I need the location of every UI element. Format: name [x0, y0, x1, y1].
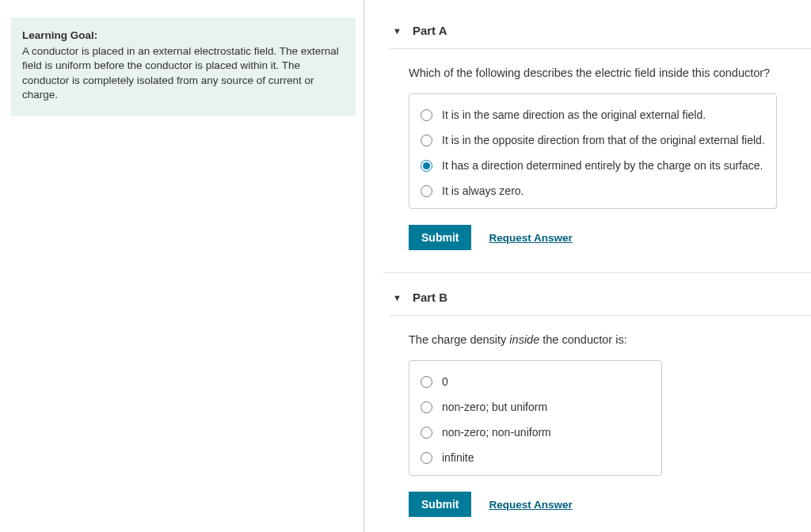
- option-label: It is always zero.: [442, 184, 524, 197]
- option-label: non-zero; non-uniform: [442, 426, 551, 439]
- learning-goal-text: A conductor is placed in an external ele…: [22, 44, 345, 102]
- question-italic: inside: [509, 333, 539, 346]
- radio-input[interactable]: [421, 109, 432, 121]
- submit-button[interactable]: Submit: [409, 492, 471, 517]
- part-b-option-2[interactable]: non-zero; non-uniform: [421, 420, 650, 445]
- radio-input[interactable]: [421, 160, 432, 172]
- option-label: It has a direction determined entirely b…: [442, 159, 763, 172]
- option-label: It is in the same direction as the origi…: [442, 108, 706, 121]
- radio-input[interactable]: [421, 401, 432, 413]
- part-a-header[interactable]: ▼ Part A: [390, 19, 811, 49]
- part-a-title: Part A: [413, 24, 447, 37]
- caret-down-icon: ▼: [393, 293, 402, 302]
- part-a-body: Which of the following describes the ele…: [390, 49, 811, 250]
- part-a-question: Which of the following describes the ele…: [409, 66, 811, 79]
- part-a-options: It is in the same direction as the origi…: [409, 93, 777, 209]
- question-suffix: the conductor is:: [539, 333, 626, 346]
- option-label: It is in the opposite direction from tha…: [442, 134, 765, 146]
- part-a-option-2[interactable]: It has a direction determined entirely b…: [421, 153, 765, 178]
- right-column: ▼ Part A Which of the following describe…: [364, 0, 811, 532]
- learning-goal-box: Learning Goal: A conductor is placed in …: [11, 17, 356, 116]
- radio-input[interactable]: [421, 452, 432, 464]
- question-prefix: The charge density: [409, 333, 509, 346]
- part-a-option-1[interactable]: It is in the opposite direction from tha…: [421, 127, 765, 153]
- option-label: 0: [442, 375, 448, 388]
- submit-button[interactable]: Submit: [409, 225, 471, 250]
- radio-input[interactable]: [421, 427, 432, 439]
- part-b-option-1[interactable]: non-zero; but uniform: [421, 394, 650, 420]
- part-a-actions: Submit Request Answer: [409, 225, 811, 250]
- part-b-header[interactable]: ▼ Part B: [390, 286, 811, 316]
- part-b: ▼ Part B The charge density inside the c…: [390, 286, 811, 517]
- request-answer-link[interactable]: Request Answer: [489, 232, 572, 244]
- option-label: infinite: [442, 451, 474, 464]
- learning-goal-title: Learning Goal:: [22, 28, 345, 43]
- part-b-options: 0 non-zero; but uniform non-zero; non-un…: [409, 360, 662, 476]
- part-b-actions: Submit Request Answer: [409, 492, 811, 517]
- part-b-option-0[interactable]: 0: [421, 369, 650, 394]
- part-b-body: The charge density inside the conductor …: [390, 316, 811, 517]
- part-b-option-3[interactable]: infinite: [421, 445, 650, 470]
- request-answer-link[interactable]: Request Answer: [489, 499, 572, 511]
- part-a-option-0[interactable]: It is in the same direction as the origi…: [421, 102, 765, 127]
- caret-down-icon: ▼: [393, 26, 402, 36]
- separator: [383, 272, 811, 273]
- part-b-title: Part B: [413, 291, 447, 304]
- part-a: ▼ Part A Which of the following describe…: [390, 19, 811, 250]
- radio-input[interactable]: [421, 135, 432, 146]
- part-b-question: The charge density inside the conductor …: [409, 333, 811, 346]
- radio-input[interactable]: [421, 185, 432, 197]
- left-column: Learning Goal: A conductor is placed in …: [0, 0, 364, 532]
- part-a-option-3[interactable]: It is always zero.: [421, 178, 765, 203]
- radio-input[interactable]: [421, 376, 432, 388]
- option-label: non-zero; but uniform: [442, 401, 547, 413]
